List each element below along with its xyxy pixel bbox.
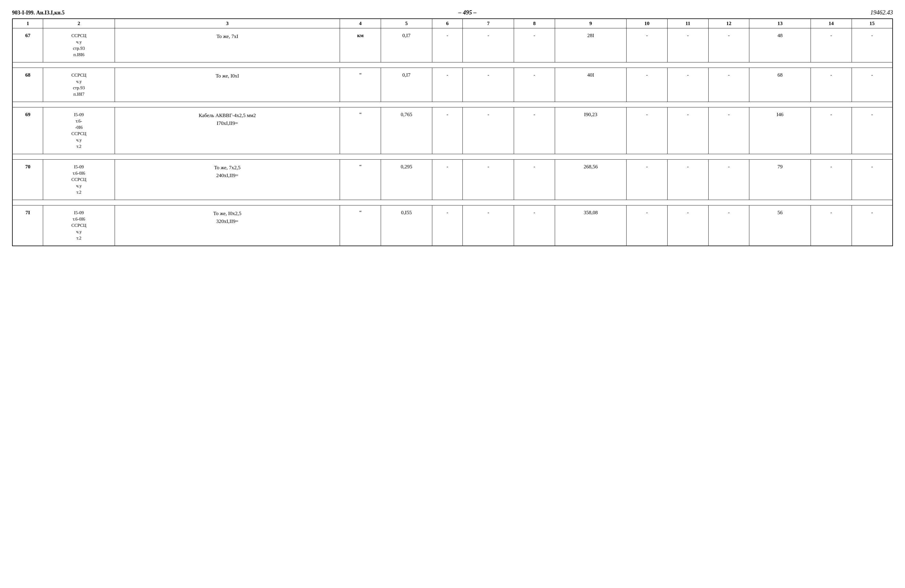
row-ref: I5-09т.6--0I6ССРСЦч.ут.2 bbox=[43, 107, 115, 154]
row-col-12: - bbox=[708, 205, 749, 246]
table-row: 70I5-09т.6-0I6ССРСЦч.ут.2То же, 7х2,5240… bbox=[13, 160, 892, 200]
row-col-11: - bbox=[667, 29, 708, 62]
row-col-5: 0,I55 bbox=[381, 205, 432, 246]
row-col-8: - bbox=[514, 29, 555, 62]
row-col-7: - bbox=[463, 68, 514, 102]
row-col-14: - bbox=[811, 68, 852, 102]
col-header-7: 7 bbox=[463, 19, 514, 29]
spacer-row bbox=[13, 154, 892, 160]
row-id: 67 bbox=[13, 29, 43, 62]
row-col-6: - bbox=[432, 68, 463, 102]
col-header-2: 2 bbox=[43, 19, 115, 29]
row-desc: То же, I0xI bbox=[114, 68, 340, 102]
row-col-9: 268,56 bbox=[555, 160, 627, 200]
row-col-14: - bbox=[811, 205, 852, 246]
row-col-6: - bbox=[432, 107, 463, 154]
row-col-9: 358,08 bbox=[555, 205, 627, 246]
row-col-12: - bbox=[708, 68, 749, 102]
table-row: 67ССРСЦч.устр.93п.I8I6То же, 7xIкм0,I7--… bbox=[13, 29, 892, 62]
row-unit: " bbox=[340, 107, 381, 154]
row-ref: ССРСЦч.устр.93п.I8I6 bbox=[43, 29, 115, 62]
row-desc: То же, I0х2,5320хI,II9= bbox=[114, 205, 340, 246]
row-col-5: 0,765 bbox=[381, 107, 432, 154]
row-col-14: - bbox=[811, 29, 852, 62]
col-header-15: 15 bbox=[852, 19, 892, 29]
col-header-3: 3 bbox=[114, 19, 340, 29]
row-col-6: - bbox=[432, 160, 463, 200]
spacer-row bbox=[13, 200, 892, 205]
row-col-9: I90,23 bbox=[555, 107, 627, 154]
row-col-12: - bbox=[708, 160, 749, 200]
table-row: 7II5-09т.6-0I6ССРСЦч.ут.2То же, I0х2,532… bbox=[13, 205, 892, 246]
table-row: 69I5-09т.6--0I6ССРСЦч.ут.2Кабель АКВВГ-4… bbox=[13, 107, 892, 154]
row-unit: " bbox=[340, 160, 381, 200]
row-col-6: - bbox=[432, 205, 463, 246]
row-unit: " bbox=[340, 68, 381, 102]
spacer-row bbox=[13, 102, 892, 107]
col-header-9: 9 bbox=[555, 19, 627, 29]
col-header-13: 13 bbox=[749, 19, 811, 29]
row-ref: I5-09т.6-0I6ССРСЦч.ут.2 bbox=[43, 205, 115, 246]
main-table: 1 2 3 4 5 6 7 8 9 10 11 12 13 14 15 67СС… bbox=[12, 18, 893, 246]
col-header-6: 6 bbox=[432, 19, 463, 29]
row-desc: То же, 7xI bbox=[114, 29, 340, 62]
row-col-13: 48 bbox=[749, 29, 811, 62]
header-right: 19462.43 bbox=[870, 9, 893, 16]
col-header-5: 5 bbox=[381, 19, 432, 29]
row-desc: Кабель АКВВГ-4х2,5 мм2I70xI,II9= bbox=[114, 107, 340, 154]
row-col-8: - bbox=[514, 107, 555, 154]
row-col-15: - bbox=[852, 160, 892, 200]
row-col-7: - bbox=[463, 29, 514, 62]
row-col-15: - bbox=[852, 68, 892, 102]
col-header-11: 11 bbox=[667, 19, 708, 29]
header-center: – 495 – bbox=[459, 9, 476, 16]
col-header-8: 8 bbox=[514, 19, 555, 29]
row-id: 70 bbox=[13, 160, 43, 200]
row-col-7: - bbox=[463, 205, 514, 246]
row-col-8: - bbox=[514, 68, 555, 102]
row-col-10: - bbox=[627, 160, 668, 200]
row-col-11: - bbox=[667, 160, 708, 200]
row-col-15: - bbox=[852, 29, 892, 62]
col-header-4: 4 bbox=[340, 19, 381, 29]
col-header-10: 10 bbox=[627, 19, 668, 29]
row-col-7: - bbox=[463, 107, 514, 154]
row-col-12: - bbox=[708, 107, 749, 154]
row-col-13: I46 bbox=[749, 107, 811, 154]
row-col-11: - bbox=[667, 68, 708, 102]
row-col-13: 68 bbox=[749, 68, 811, 102]
row-id: 7I bbox=[13, 205, 43, 246]
col-header-12: 12 bbox=[708, 19, 749, 29]
row-col-11: - bbox=[667, 205, 708, 246]
row-col-9: 28I bbox=[555, 29, 627, 62]
spacer-row bbox=[13, 62, 892, 68]
row-col-9: 40I bbox=[555, 68, 627, 102]
row-col-10: - bbox=[627, 205, 668, 246]
row-col-8: - bbox=[514, 205, 555, 246]
row-id: 69 bbox=[13, 107, 43, 154]
row-col-10: - bbox=[627, 29, 668, 62]
row-col-11: - bbox=[667, 107, 708, 154]
col-header-1: 1 bbox=[13, 19, 43, 29]
row-col-10: - bbox=[627, 68, 668, 102]
header-left: 903-I-I99. Ан.I3.I,кн.5 bbox=[12, 10, 65, 16]
row-col-14: - bbox=[811, 107, 852, 154]
row-col-5: 0,I7 bbox=[381, 68, 432, 102]
row-col-13: 79 bbox=[749, 160, 811, 200]
row-col-15: - bbox=[852, 205, 892, 246]
row-desc: То же, 7х2,5240хI,II9= bbox=[114, 160, 340, 200]
col-header-14: 14 bbox=[811, 19, 852, 29]
row-col-5: 0,I7 bbox=[381, 29, 432, 62]
page-header: 903-I-I99. Ан.I3.I,кн.5 – 495 – 19462.43 bbox=[12, 9, 893, 16]
row-col-7: - bbox=[463, 160, 514, 200]
row-ref: ССРСЦч.устр.93п.I8I7 bbox=[43, 68, 115, 102]
row-col-12: - bbox=[708, 29, 749, 62]
row-unit: " bbox=[340, 205, 381, 246]
row-col-14: - bbox=[811, 160, 852, 200]
row-col-10: - bbox=[627, 107, 668, 154]
table-row: 68ССРСЦч.устр.93п.I8I7То же, I0xI"0,I7--… bbox=[13, 68, 892, 102]
row-col-6: - bbox=[432, 29, 463, 62]
row-col-5: 0,295 bbox=[381, 160, 432, 200]
row-col-13: 56 bbox=[749, 205, 811, 246]
row-col-8: - bbox=[514, 160, 555, 200]
